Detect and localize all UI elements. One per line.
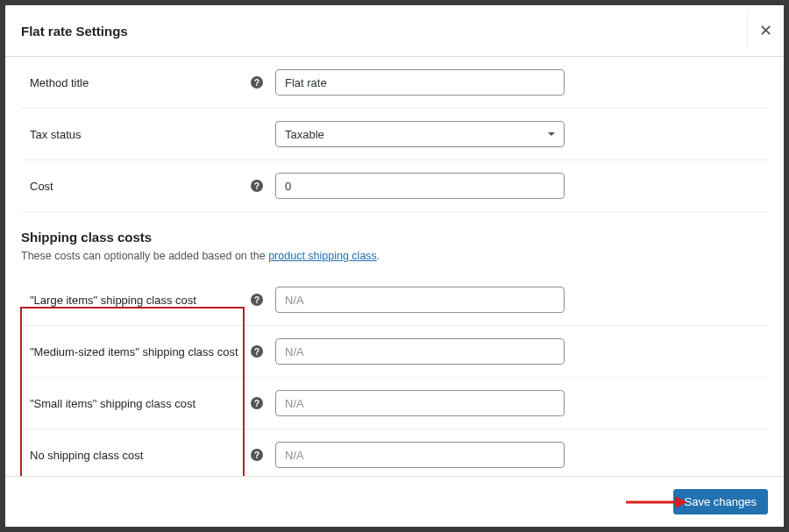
large-items-row: "Large items" shipping class cost ?	[21, 274, 768, 326]
help-icon[interactable]: ?	[251, 449, 263, 461]
large-items-label: "Large items" shipping class cost ?	[30, 294, 275, 307]
large-items-input[interactable]	[275, 287, 565, 313]
label-text: Method title	[30, 76, 89, 89]
help-icon[interactable]: ?	[251, 180, 263, 192]
help-icon[interactable]: ?	[251, 76, 263, 89]
small-items-row: "Small items" shipping class cost ?	[21, 378, 768, 429]
label-text: Tax status	[30, 128, 82, 141]
modal-footer: Save changes	[5, 476, 784, 527]
medium-items-row: "Medium-sized items" shipping class cost…	[21, 326, 768, 378]
label-text: "Small items" shipping class cost	[30, 397, 195, 410]
desc-text: These costs can optionally be added base…	[21, 250, 268, 262]
no-class-row: No shipping class cost ?	[21, 429, 768, 476]
label-text: Cost	[30, 180, 53, 193]
method-title-label: Method title ?	[30, 76, 275, 89]
label-text: "Large items" shipping class cost	[30, 294, 196, 307]
cost-label: Cost ?	[30, 180, 275, 193]
help-icon[interactable]: ?	[251, 345, 263, 358]
product-shipping-class-link[interactable]: product shipping class	[268, 250, 377, 262]
tax-status-select[interactable]: Taxable	[275, 121, 565, 147]
shipping-class-group: "Large items" shipping class cost ? "Med…	[21, 274, 768, 476]
method-title-row: Method title ?	[21, 57, 768, 109]
close-icon: ✕	[759, 21, 772, 40]
help-icon[interactable]: ?	[251, 294, 263, 306]
modal-title: Flat rate Settings	[21, 24, 128, 39]
settings-modal: Flat rate Settings ✕ Method title ? Tax …	[5, 5, 784, 527]
cost-row: Cost ?	[21, 160, 768, 212]
tax-status-label: Tax status	[30, 128, 275, 141]
modal-header: Flat rate Settings ✕	[5, 5, 784, 57]
cost-input[interactable]	[275, 173, 565, 199]
shipping-class-costs-heading: Shipping class costs	[21, 212, 768, 250]
close-button[interactable]: ✕	[747, 12, 784, 49]
medium-items-label: "Medium-sized items" shipping class cost…	[30, 345, 275, 358]
no-class-label: No shipping class cost ?	[30, 449, 275, 462]
medium-items-input[interactable]	[275, 338, 565, 365]
desc-suffix: .	[377, 250, 380, 262]
tax-status-row: Tax status Taxable	[21, 109, 768, 160]
label-text: No shipping class cost	[30, 449, 143, 462]
modal-body[interactable]: Method title ? Tax status Taxable Cost ?	[5, 57, 784, 476]
label-text: "Medium-sized items" shipping class cost	[30, 345, 238, 358]
method-title-input[interactable]	[275, 69, 565, 96]
shipping-class-desc: These costs can optionally be added base…	[21, 250, 768, 274]
help-icon[interactable]: ?	[251, 397, 263, 409]
small-items-label: "Small items" shipping class cost ?	[30, 397, 275, 410]
no-class-input[interactable]	[275, 442, 565, 468]
save-changes-button[interactable]: Save changes	[673, 489, 768, 514]
small-items-input[interactable]	[275, 390, 565, 416]
